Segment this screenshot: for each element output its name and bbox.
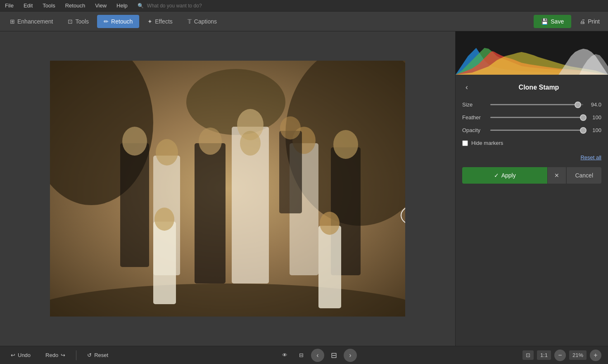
svg-point-10 — [199, 128, 222, 155]
svg-point-16 — [333, 130, 358, 159]
redo-icon: ↪ — [61, 352, 65, 358]
feather-value: 100 — [587, 114, 601, 121]
bottom-bar: ↩ Undo Redo ↪ ↺ Reset 👁 ⊟ ‹ ⊟ › ⊡ 1:1 − … — [0, 346, 608, 364]
menu-file[interactable]: File — [3, 2, 15, 9]
right-buttons: 💾 Save 🖨 Print — [534, 15, 605, 28]
hide-markers-checkbox[interactable] — [462, 140, 468, 146]
eye-button[interactable]: 👁 — [278, 350, 292, 361]
reset-label: Reset — [94, 352, 108, 358]
hide-markers-row: Hide markers — [462, 140, 601, 146]
search-icon: 🔍 — [136, 2, 145, 9]
zoom-controls: ⊡ 1:1 − 21% + — [522, 350, 601, 361]
photo-image — [50, 61, 405, 317]
svg-point-17 — [240, 131, 261, 156]
search-box: 🔍 — [136, 2, 213, 9]
fit-button[interactable]: ⊡ — [522, 350, 534, 360]
svg-rect-7 — [232, 127, 269, 284]
main-content: ‹ Clone Stamp Size 94.0 Feather 100 — [0, 31, 608, 346]
save-icon: 💾 — [541, 18, 548, 25]
size-value: 94.0 — [587, 102, 601, 108]
menu-retouch[interactable]: Retouch — [64, 2, 87, 9]
clone-stamp-title: Clone Stamp — [476, 84, 601, 91]
x-icon: ✕ — [554, 172, 559, 179]
svg-rect-9 — [195, 143, 226, 284]
svg-rect-0 — [50, 61, 405, 317]
tab-bar: ⊞ Enhancement ⊡ Tools ✏ Retouch ✦ Effect… — [0, 12, 608, 31]
tab-enhancement-label: Enhancement — [17, 18, 53, 25]
dismiss-button[interactable]: ✕ — [547, 167, 566, 184]
split-view-button[interactable]: ⊟ — [295, 350, 308, 361]
undo-label: Undo — [18, 352, 31, 358]
apply-label: Apply — [501, 172, 516, 179]
eye-icon: 👁 — [282, 352, 287, 358]
captions-icon: 𝕋 — [188, 18, 192, 25]
svg-rect-13 — [290, 143, 318, 275]
apply-button[interactable]: ✓ Apply — [462, 167, 547, 184]
svg-point-19 — [280, 116, 301, 139]
svg-point-21 — [154, 208, 174, 231]
save-button[interactable]: 💾 Save — [534, 15, 571, 28]
svg-rect-22 — [318, 226, 341, 308]
size-slider[interactable] — [490, 104, 583, 105]
prev-button[interactable]: ‹ — [311, 349, 324, 362]
undo-icon: ↩ — [11, 352, 15, 358]
photo-container — [50, 61, 405, 317]
svg-point-2 — [285, 61, 405, 226]
svg-point-24 — [401, 203, 405, 228]
size-slider-row: Size 94.0 — [462, 102, 601, 108]
tab-captions[interactable]: 𝕋 Captions — [181, 15, 223, 28]
histogram — [456, 31, 608, 75]
menu-edit[interactable]: Edit — [22, 2, 34, 9]
zoom-percent-label: 21% — [569, 350, 587, 360]
clone-header: ‹ Clone Stamp — [462, 81, 601, 93]
save-label: Save — [551, 18, 564, 25]
menu-bar: File Edit Tools Retouch View Help 🔍 — [0, 0, 608, 12]
effects-icon: ✦ — [147, 18, 152, 25]
back-button[interactable]: ‹ — [462, 81, 471, 93]
svg-rect-5 — [120, 143, 149, 267]
checkmark-icon: ✓ — [494, 172, 499, 179]
canvas-area[interactable] — [0, 31, 455, 346]
opacity-slider-row: Opacity 100 — [462, 127, 601, 133]
svg-rect-15 — [331, 147, 361, 275]
svg-point-6 — [122, 127, 147, 156]
feather-slider[interactable] — [490, 117, 583, 118]
opacity-value: 100 — [587, 127, 601, 133]
photo-overlay — [50, 61, 405, 317]
feather-slider-row: Feather 100 — [462, 114, 601, 121]
svg-point-23 — [320, 212, 340, 235]
zoom-in-button[interactable]: + — [590, 350, 601, 361]
opacity-label: Opacity — [462, 127, 487, 133]
zoom-out-button[interactable]: − — [554, 350, 566, 361]
search-input[interactable] — [147, 3, 213, 9]
feather-label: Feather — [462, 114, 487, 121]
redo-button[interactable]: Redo ↪ — [41, 350, 69, 361]
tab-enhancement[interactable]: ⊞ Enhancement — [3, 15, 59, 28]
tab-effects[interactable]: ✦ Effects — [141, 15, 179, 28]
svg-point-12 — [156, 139, 178, 165]
cancel-button[interactable]: Cancel — [566, 167, 601, 184]
size-label: Size — [462, 102, 487, 108]
reset-button[interactable]: ↺ Reset — [83, 350, 112, 361]
svg-point-4 — [50, 284, 405, 317]
tab-retouch[interactable]: ✏ Retouch — [97, 15, 139, 28]
menu-help[interactable]: Help — [115, 2, 129, 9]
tab-captions-label: Captions — [194, 18, 217, 25]
divider-1 — [76, 350, 76, 360]
svg-point-14 — [292, 127, 316, 154]
print-label: Print — [588, 18, 600, 25]
menu-view[interactable]: View — [93, 2, 108, 9]
cancel-label: Cancel — [575, 172, 593, 179]
tab-retouch-label: Retouch — [111, 18, 133, 25]
undo-button[interactable]: ↩ Undo — [7, 350, 35, 361]
print-button[interactable]: 🖨 Print — [575, 15, 605, 28]
folder-button[interactable]: ⊟ — [328, 349, 340, 362]
menu-tools[interactable]: Tools — [41, 2, 57, 9]
svg-rect-18 — [279, 131, 302, 213]
next-button[interactable]: › — [344, 349, 357, 362]
hide-markers-label[interactable]: Hide markers — [471, 140, 503, 146]
tab-tools[interactable]: ⊡ Tools — [61, 15, 95, 28]
tab-group: ⊞ Enhancement ⊡ Tools ✏ Retouch ✦ Effect… — [3, 15, 534, 28]
reset-all-link[interactable]: Reset all — [462, 154, 601, 161]
opacity-slider[interactable] — [490, 130, 583, 131]
